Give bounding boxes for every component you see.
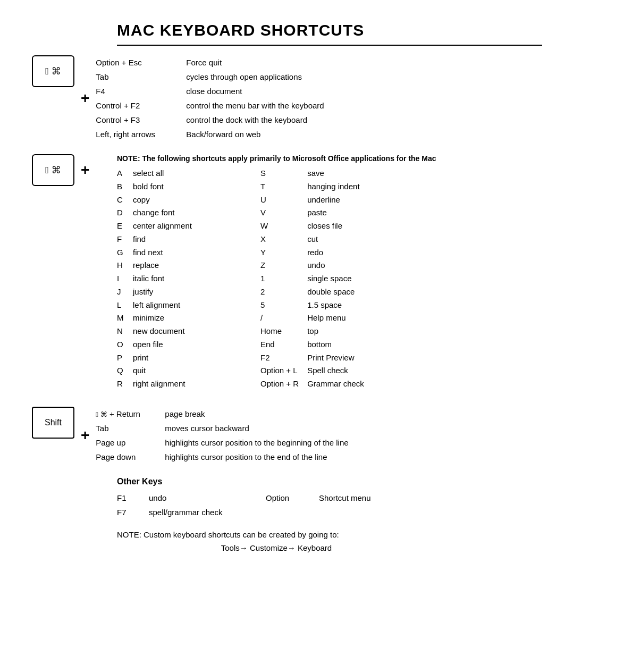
other-keys-grid: F1undoOptionShortcut menuF7spell/grammar…	[117, 491, 592, 519]
other-key-action1: spell/grammar check	[149, 505, 266, 519]
section2-left-row: Lleft alignment	[117, 299, 229, 312]
shortcut-action: replace	[133, 259, 229, 272]
shortcut-key: Z	[260, 259, 307, 272]
section2-right-row: F2Print Preview	[260, 351, 364, 365]
other-key-action2: Shortcut menu	[319, 491, 425, 505]
section2-left-row: Ffind	[117, 233, 229, 246]
section2-left-row: Pprint	[117, 351, 229, 365]
shortcut-action: paste	[307, 206, 364, 220]
shortcut-key: L	[117, 299, 133, 312]
shortcut-action: right alignment	[133, 377, 229, 391]
section2-left-row: Bbold font	[117, 180, 229, 194]
other-key-key2	[266, 505, 319, 519]
shortcut-action: bold font	[133, 180, 229, 194]
other-keys-heading: Other Keys	[117, 477, 592, 486]
section2-right-row: Yredo	[260, 246, 364, 259]
section2-left-row: Aselect all	[117, 167, 229, 180]
section2-left-row: Gfind next	[117, 246, 229, 259]
section1-row: Control + F2control the menu bar with th…	[96, 98, 324, 113]
shortcut-key: Home	[260, 325, 307, 338]
section1-table: Option + EscForce quitTabcycles through …	[96, 55, 324, 141]
section3-row: Page downhighlights cursor position to t…	[96, 450, 348, 464]
shortcut-key: X	[260, 233, 307, 246]
section2-left-row: Ecenter alignment	[117, 220, 229, 233]
section2-right-row: Option + RGrammar check	[260, 377, 364, 391]
shortcut-action: top	[307, 325, 364, 338]
shortcut-key:  ⌘ + Return	[96, 407, 165, 421]
section2-left-row: Hreplace	[117, 259, 229, 272]
shortcut-action: find next	[133, 246, 229, 259]
section2-right-row: Uunderline	[260, 194, 364, 207]
shortcut-action: Grammar check	[307, 377, 364, 391]
shortcut-action: redo	[307, 246, 364, 259]
note-bottom-line2: Tools→ Customize→ Keyboard	[117, 541, 436, 555]
plus-2: +	[81, 162, 89, 179]
shortcut-key: J	[117, 285, 133, 299]
shortcut-action: print	[133, 351, 229, 365]
shift-key: Shift	[32, 407, 74, 439]
shortcut-action: double space	[307, 285, 364, 299]
shortcut-action: highlights cursor position to the end of…	[165, 450, 348, 464]
section2-left-table: Aselect allBbold fontCcopyDchange fontEc…	[117, 167, 229, 391]
shortcut-action: undo	[307, 259, 364, 272]
shortcut-key: Option + Esc	[96, 55, 186, 70]
section2:  ⌘ + NOTE: The following shortcuts appl…	[32, 154, 592, 391]
shortcut-key: Control + F3	[96, 113, 186, 127]
shortcut-key: Option + R	[260, 377, 307, 391]
shortcut-key: E	[117, 220, 133, 233]
section2-left-row: Iitalic font	[117, 272, 229, 285]
section1-row: Left, right arrowsBack/forward on web	[96, 127, 324, 141]
section2-content: NOTE: The following shortcuts apply prim…	[117, 154, 592, 391]
shortcut-action: highlights cursor position to the beginn…	[165, 435, 348, 450]
shortcut-action: Back/forward on web	[186, 127, 324, 141]
other-key-key1: F1	[117, 491, 149, 505]
section2-left-row: Nnew document	[117, 325, 229, 338]
shortcut-action: Print Preview	[307, 351, 364, 365]
shortcut-action: cut	[307, 233, 364, 246]
shortcut-key: W	[260, 220, 307, 233]
section2-right-row: Vpaste	[260, 206, 364, 220]
note-bottom-line1: NOTE: Custom keyboard shortcuts can be c…	[117, 528, 592, 542]
shortcut-key: End	[260, 338, 307, 351]
shortcut-action: italic font	[133, 272, 229, 285]
shortcut-key: B	[117, 180, 133, 194]
section1-row: F4close document	[96, 84, 324, 98]
section3: Shift +  ⌘ + Returnpage breakTabmoves c…	[32, 407, 592, 464]
shortcut-action: change font	[133, 206, 229, 220]
other-keys-section: Other Keys F1undoOptionShortcut menuF7sp…	[32, 477, 592, 519]
shortcut-action: control the dock with the keyboard	[186, 113, 324, 127]
shortcut-key: P	[117, 351, 133, 365]
shortcut-key: 2	[260, 285, 307, 299]
shortcut-key: F2	[260, 351, 307, 365]
shortcut-action: single space	[307, 272, 364, 285]
shortcut-action: hanging indent	[307, 180, 364, 194]
section2-left-row: Dchange font	[117, 206, 229, 220]
shortcut-key: R	[117, 377, 133, 391]
shortcut-key: Page up	[96, 435, 165, 450]
section2-left-row: Jjustify	[117, 285, 229, 299]
section2-right-row: Ssave	[260, 167, 364, 180]
shortcut-action: justify	[133, 285, 229, 299]
shortcut-action: left alignment	[133, 299, 229, 312]
section1-row: Control + F3control the dock with the ke…	[96, 113, 324, 127]
shortcut-action: moves cursor backward	[165, 421, 348, 435]
shortcut-action: Help menu	[307, 312, 364, 325]
shortcut-action: control the menu bar with the keyboard	[186, 98, 324, 113]
shortcut-key: V	[260, 206, 307, 220]
shortcut-key: S	[260, 167, 307, 180]
section2-left-row: Mminimize	[117, 312, 229, 325]
shortcut-action: copy	[133, 194, 229, 207]
section2-right-row: Endbottom	[260, 338, 364, 351]
shortcut-key: C	[117, 194, 133, 207]
shortcut-action: find	[133, 233, 229, 246]
section1-row: Option + EscForce quit	[96, 55, 324, 70]
page-title: MAC KEYBOARD SHORTCUTS	[117, 21, 592, 39]
shortcut-key: Control + F2	[96, 98, 186, 113]
shortcut-key: 5	[260, 299, 307, 312]
section2-right-row: 51.5 space	[260, 299, 364, 312]
other-key-action1: undo	[149, 491, 266, 505]
shortcut-key: D	[117, 206, 133, 220]
section3-row: Tabmoves cursor backward	[96, 421, 348, 435]
shortcut-key: N	[117, 325, 133, 338]
section2-left-row: Rright alignment	[117, 377, 229, 391]
